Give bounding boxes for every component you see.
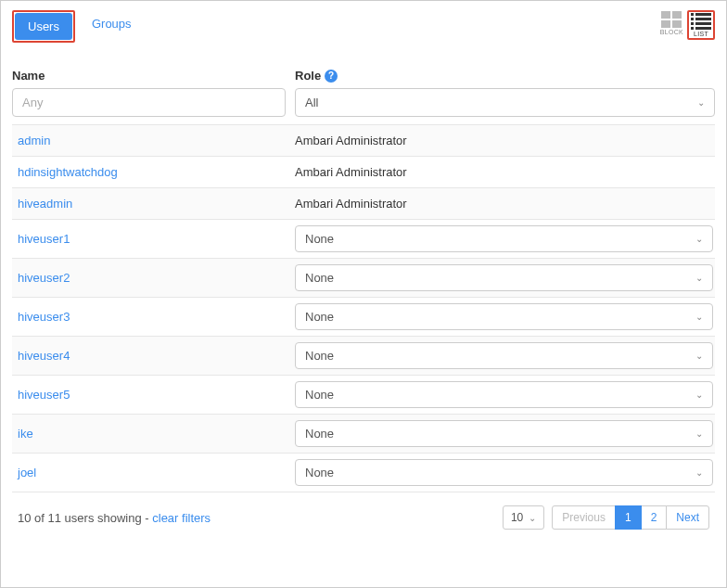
cell-name: hiveuser1 — [12, 224, 295, 254]
help-icon[interactable]: ? — [325, 70, 338, 83]
cell-role: None⌄ — [295, 220, 715, 258]
name-filter-input[interactable] — [12, 88, 286, 117]
view-toggles: BLOCK LIST — [658, 10, 715, 40]
role-select-value: None — [305, 427, 334, 441]
user-link[interactable]: hdinsightwatchdog — [18, 165, 118, 179]
showing-count: 10 of 11 users showing - — [18, 511, 152, 525]
role-select-value: None — [305, 466, 334, 479]
user-link[interactable]: hiveuser3 — [18, 310, 70, 324]
clear-filters-link[interactable]: clear filters — [152, 511, 210, 525]
cell-role: None⌄ — [295, 415, 715, 453]
role-select[interactable]: None⌄ — [295, 342, 713, 369]
cell-name: ike — [12, 418, 295, 449]
user-link[interactable]: hiveuser2 — [18, 271, 70, 285]
cell-role: None⌄ — [295, 337, 715, 375]
page-size-select[interactable]: 10 ⌄ — [503, 505, 544, 530]
role-select[interactable]: None⌄ — [295, 225, 713, 252]
showing-text: 10 of 11 users showing - clear filters — [18, 511, 210, 525]
table-row: hiveadminAmbari Administrator — [12, 187, 715, 219]
role-select[interactable]: None⌄ — [295, 420, 713, 447]
cell-role: None⌄ — [295, 376, 715, 414]
cell-name: hiveuser3 — [12, 301, 295, 332]
role-text: Ambari Administrator — [295, 194, 407, 213]
cell-name: hiveuser5 — [12, 379, 295, 410]
pager-previous[interactable]: Previous — [552, 505, 616, 530]
user-link[interactable]: joel — [18, 466, 36, 479]
user-link[interactable]: hiveuser5 — [18, 388, 70, 402]
role-text: Ambari Administrator — [295, 131, 407, 150]
table-row: hiveuser2None⌄ — [12, 258, 715, 297]
cell-name: joel — [12, 457, 295, 488]
highlight-list-view: LIST — [687, 10, 715, 40]
table-row: joelNone⌄ — [12, 453, 715, 492]
filters: All ⌄ — [12, 88, 715, 117]
role-select-value: None — [305, 388, 334, 402]
chevron-down-icon: ⌄ — [695, 351, 703, 361]
cell-name: hdinsightwatchdog — [12, 160, 295, 185]
highlight-users-tab: Users — [12, 10, 75, 43]
role-select-value: None — [305, 310, 334, 324]
chevron-down-icon: ⌄ — [695, 428, 703, 439]
columns-header: Name Role ? — [12, 69, 715, 83]
column-header-role-text: Role — [295, 69, 321, 83]
user-link[interactable]: hiveuser4 — [18, 349, 70, 363]
block-icon — [661, 11, 682, 28]
chevron-down-icon: ⌄ — [529, 513, 536, 523]
cell-role: None⌄ — [295, 259, 715, 297]
role-select[interactable]: None⌄ — [295, 264, 713, 291]
cell-role: Ambari Administrator — [295, 157, 715, 187]
cell-name: hiveuser4 — [12, 340, 295, 371]
pager-group: 10 ⌄ Previous12Next — [503, 505, 709, 530]
role-select-value: None — [305, 232, 334, 246]
page-size-value: 10 — [511, 511, 523, 524]
table-row: hdinsightwatchdogAmbari Administrator — [12, 156, 715, 187]
cell-name: hiveuser2 — [12, 262, 295, 293]
table-row: hiveuser1None⌄ — [12, 219, 715, 258]
column-header-name: Name — [12, 69, 286, 83]
user-table: adminAmbari Administratorhdinsightwatchd… — [12, 124, 715, 492]
pager-page[interactable]: 1 — [615, 505, 642, 530]
table-row: hiveuser5None⌄ — [12, 375, 715, 414]
list-icon — [691, 13, 711, 30]
user-link[interactable]: hiveadmin — [18, 197, 72, 211]
cell-role: Ambari Administrator — [295, 125, 715, 156]
role-text: Ambari Administrator — [295, 162, 407, 182]
chevron-down-icon: ⌄ — [695, 234, 703, 244]
tab-users[interactable]: Users — [15, 13, 72, 40]
table-row: hiveuser4None⌄ — [12, 336, 715, 375]
cell-role: None⌄ — [295, 454, 715, 492]
tabs: Users Groups — [12, 10, 145, 43]
user-link[interactable]: admin — [18, 134, 50, 147]
user-link[interactable]: ike — [18, 427, 33, 441]
cell-name: admin — [12, 128, 295, 153]
tab-groups[interactable]: Groups — [79, 10, 145, 43]
column-header-role: Role ? — [295, 69, 715, 83]
chevron-down-icon: ⌄ — [695, 312, 703, 322]
role-filter-value: All — [305, 96, 318, 109]
chevron-down-icon: ⌄ — [695, 390, 703, 400]
cell-role: None⌄ — [295, 298, 715, 336]
chevron-down-icon: ⌄ — [695, 467, 703, 478]
view-list-button[interactable]: LIST — [689, 12, 713, 38]
role-select-value: None — [305, 271, 334, 285]
view-list-label: LIST — [694, 31, 708, 37]
role-filter-select[interactable]: All ⌄ — [295, 88, 715, 117]
role-select[interactable]: None⌄ — [295, 303, 713, 330]
role-select-value: None — [305, 349, 334, 363]
top-bar: Users Groups BLOCK LIST — [12, 10, 715, 43]
view-block-button[interactable]: BLOCK — [658, 10, 685, 40]
cell-role: Ambari Administrator — [295, 188, 715, 219]
role-select[interactable]: None⌄ — [295, 459, 713, 486]
table-row: hiveuser3None⌄ — [12, 297, 715, 336]
footer: 10 of 11 users showing - clear filters 1… — [12, 492, 715, 533]
pager: Previous12Next — [552, 505, 709, 530]
role-select[interactable]: None⌄ — [295, 381, 713, 408]
table-row: adminAmbari Administrator — [12, 124, 715, 156]
view-block-label: BLOCK — [660, 29, 683, 35]
user-link[interactable]: hiveuser1 — [18, 232, 70, 246]
cell-name: hiveadmin — [12, 191, 295, 216]
pager-page[interactable]: 2 — [641, 505, 668, 530]
table-row: ikeNone⌄ — [12, 414, 715, 453]
pager-next[interactable]: Next — [666, 505, 709, 530]
chevron-down-icon: ⌄ — [695, 273, 703, 283]
